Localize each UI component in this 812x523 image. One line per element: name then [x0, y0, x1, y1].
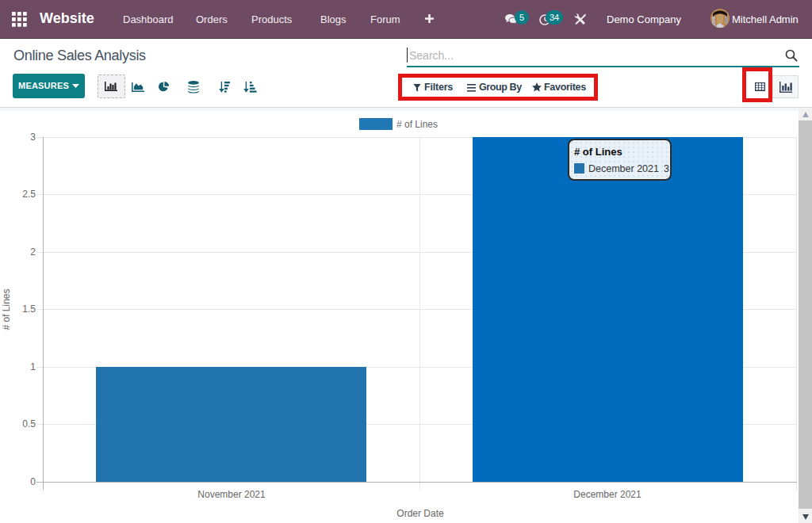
svg-text:3: 3 — [30, 132, 36, 143]
svg-text:2.5: 2.5 — [22, 189, 36, 200]
svg-text:0.5: 0.5 — [22, 418, 36, 429]
svg-text:2: 2 — [30, 246, 36, 258]
svg-text:1: 1 — [30, 361, 36, 372]
svg-text:December 2021: December 2021 — [573, 489, 642, 500]
svg-text:1.5: 1.5 — [22, 303, 36, 315]
svg-text:# of Lines: # of Lines — [1, 288, 12, 330]
svg-text:0: 0 — [30, 476, 36, 487]
svg-text:# of Lines: # of Lines — [396, 119, 438, 130]
svg-text:November 2021: November 2021 — [197, 489, 266, 500]
svg-text:Order Date: Order Date — [396, 508, 444, 519]
